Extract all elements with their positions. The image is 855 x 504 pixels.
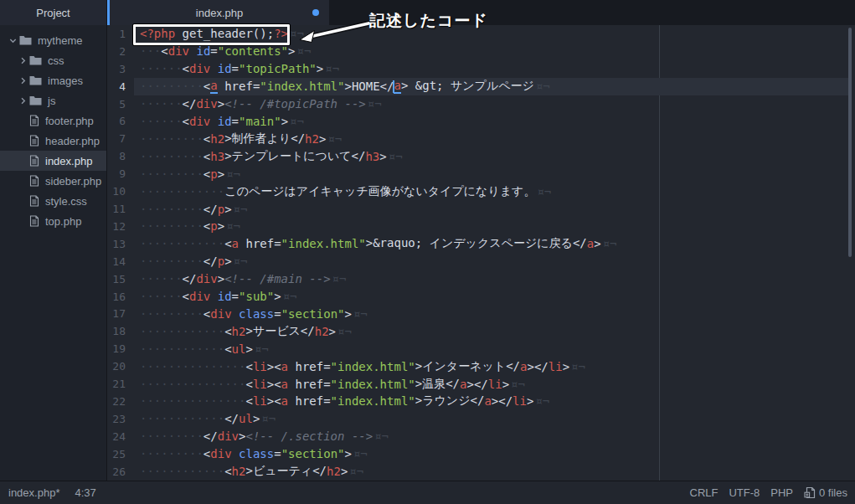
tree-item-style-css[interactable]: style.css — [0, 191, 106, 211]
code-line-24[interactable]: 24·········</div><!-- /.section -->¤¬ — [107, 428, 855, 445]
file-icon — [29, 135, 39, 147]
tree-item-top-php[interactable]: top.php — [0, 211, 106, 231]
code-lines: 1<?php get_header();?>¤¬2···<div id="con… — [107, 25, 855, 481]
line-number[interactable]: 1 — [107, 28, 134, 40]
code-line-content: ······<div id="sub">¤¬ — [134, 288, 855, 306]
unsaved-changes-dot-icon[interactable] — [312, 9, 319, 16]
code-line-22[interactable]: 22···············<li><a href="index.html… — [107, 393, 855, 410]
code-editor[interactable]: 1<?php get_header();?>¤¬2···<div id="con… — [107, 25, 855, 481]
line-number[interactable]: 12 — [107, 220, 134, 233]
code-line-content: ·········<h2>制作者より</h2>¤¬ — [134, 130, 855, 147]
line-number[interactable]: 26 — [107, 465, 134, 478]
code-line-21[interactable]: 21···············<li><a href="index.html… — [107, 375, 855, 393]
code-line-8[interactable]: 8·········<h3>テンプレートについて</h3>¤¬ — [107, 147, 855, 165]
line-number[interactable]: 6 — [107, 115, 134, 127]
tree-item-label: style.css — [45, 195, 87, 208]
line-number[interactable]: 8 — [107, 150, 134, 162]
line-ending-marker: ¤¬ — [332, 272, 347, 285]
code-line-2[interactable]: 2···<div id="contents">¤¬ — [107, 43, 855, 60]
line-ending-marker: ¤¬ — [603, 237, 617, 250]
line-ending-marker: ¤¬ — [290, 115, 304, 128]
code-line-18[interactable]: 18············<h2>サービス</h2>¤¬ — [107, 322, 855, 340]
tab-index-php[interactable]: index.php — [110, 0, 329, 25]
code-line-content: ···············<li><a href="index.html">… — [134, 357, 855, 375]
code-line-19[interactable]: 19············<ul>¤¬ — [107, 340, 855, 357]
code-line-15[interactable]: 15······</div><!-- /#main -->¤¬ — [107, 270, 855, 288]
whitespace-dots: ········· — [140, 167, 203, 181]
tree-item-sideber-php[interactable]: sideber.php — [0, 171, 106, 191]
line-number[interactable]: 15 — [107, 273, 134, 285]
tree-item-footer-php[interactable]: footer.php — [0, 111, 106, 131]
tree-item-css[interactable]: css — [0, 50, 106, 70]
project-header-label: Project — [36, 7, 70, 19]
line-number[interactable]: 10 — [107, 185, 134, 198]
tree-item-js[interactable]: js — [0, 90, 106, 111]
code-line-14[interactable]: 14·········</p>¤¬ — [107, 253, 855, 270]
code-line-25[interactable]: 25·········<div class="section">¤¬ — [107, 445, 855, 463]
line-number[interactable]: 7 — [107, 132, 134, 145]
tree-item-label: js — [48, 95, 55, 107]
tree-item-header-php[interactable]: header.php — [0, 131, 106, 151]
line-number[interactable]: 17 — [107, 307, 134, 320]
line-ending-marker: ¤¬ — [255, 342, 269, 356]
statusbar-language[interactable]: PHP — [770, 486, 793, 499]
code-line-11[interactable]: 11·········</p>¤¬ — [107, 200, 855, 218]
code-line-3[interactable]: 3······<div id="topicPath">¤¬ — [107, 60, 855, 78]
code-line-17[interactable]: 17·········<div class="section">¤¬ — [107, 306, 855, 323]
line-number[interactable]: 14 — [107, 255, 134, 268]
line-number[interactable]: 11 — [107, 203, 134, 215]
statusbar-line-ending[interactable]: CRLF — [690, 486, 719, 499]
chevron-right-toggle[interactable] — [17, 77, 29, 85]
vertical-scrollbar[interactable] — [848, 28, 852, 257]
code-line-13[interactable]: 13············<a href="index.html">&raqu… — [107, 235, 855, 253]
code-line-content: ······</div><!-- /#main -->¤¬ — [134, 270, 855, 288]
chevron-down-toggle[interactable] — [7, 37, 19, 44]
chevron-right-toggle[interactable] — [17, 57, 29, 64]
line-number[interactable]: 20 — [107, 360, 134, 373]
statusbar-files[interactable]: 0 files — [804, 486, 847, 499]
line-number[interactable]: 21 — [107, 378, 134, 390]
line-ending-marker: ¤¬ — [368, 97, 382, 111]
line-ending-marker: ¤¬ — [374, 429, 389, 443]
line-number[interactable]: 16 — [107, 291, 134, 303]
line-number[interactable]: 9 — [107, 167, 134, 180]
line-number[interactable]: 24 — [107, 430, 134, 443]
code-line-12[interactable]: 12·········<p>¤¬ — [107, 218, 855, 235]
tab-title: index.php — [196, 7, 243, 19]
folder-icon — [29, 95, 42, 105]
tree-item-mytheme[interactable]: mytheme — [0, 30, 106, 50]
code-line-5[interactable]: 5······</div><!-- /#topicPath -->¤¬ — [107, 95, 855, 113]
line-number[interactable]: 22 — [107, 395, 134, 408]
line-number[interactable]: 18 — [107, 325, 134, 337]
statusbar-cursor-position[interactable]: 4:37 — [75, 486, 95, 499]
line-number[interactable]: 2 — [107, 45, 134, 58]
tree-item-index-php[interactable]: index.php — [0, 151, 106, 171]
whitespace-dots: ······ — [140, 290, 183, 303]
line-ending-marker: ¤¬ — [571, 360, 585, 373]
whitespace-dots: ············ — [140, 412, 224, 425]
code-line-1[interactable]: 1<?php get_header();?>¤¬ — [107, 25, 855, 43]
project-header[interactable]: Project — [0, 0, 106, 25]
line-number[interactable]: 13 — [107, 238, 134, 250]
tree-item-label: header.php — [45, 135, 100, 147]
code-line-20[interactable]: 20···············<li><a href="index.html… — [107, 357, 855, 375]
code-line-16[interactable]: 16······<div id="sub">¤¬ — [107, 288, 855, 306]
code-line-23[interactable]: 23············</ul>¤¬ — [107, 410, 855, 428]
code-line-26[interactable]: 26············<h2>ビューティ</h2>¤¬ — [107, 463, 855, 481]
line-number[interactable]: 25 — [107, 448, 134, 460]
chevron-right-toggle[interactable] — [17, 97, 29, 105]
line-number[interactable]: 23 — [107, 413, 134, 425]
line-number[interactable]: 3 — [107, 63, 134, 75]
whitespace-dots: ······ — [140, 115, 183, 128]
code-line-6[interactable]: 6······<div id="main">¤¬ — [107, 113, 855, 131]
line-number[interactable]: 4 — [107, 80, 134, 93]
tree-item-images[interactable]: images — [0, 70, 106, 90]
code-line-7[interactable]: 7·········<h2>制作者より</h2>¤¬ — [107, 130, 855, 147]
line-number[interactable]: 5 — [107, 98, 134, 111]
code-line-10[interactable]: 10············このページはアイキャッチ画像がないタイプになります。… — [107, 183, 855, 200]
line-ending-marker: ¤¬ — [234, 255, 248, 268]
code-line-4[interactable]: 4·········<a href="index.html">HOME</a> … — [107, 78, 855, 95]
line-number[interactable]: 19 — [107, 342, 134, 355]
code-line-9[interactable]: 9·········<p>¤¬ — [107, 165, 855, 183]
statusbar-encoding[interactable]: UTF-8 — [729, 486, 760, 499]
